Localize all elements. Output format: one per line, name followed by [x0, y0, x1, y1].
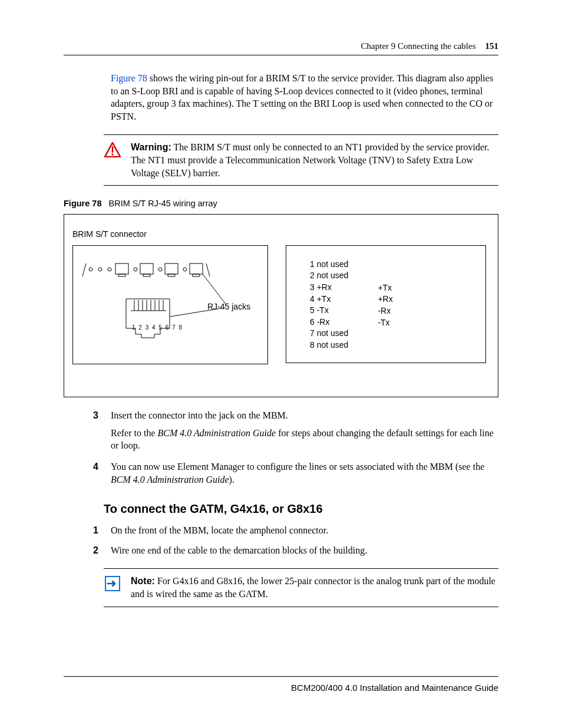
intro-paragraph: Figure 78 shows the wiring pin-out for a… [111, 72, 498, 123]
sig-4: -Tx [378, 317, 392, 329]
warning-icon [104, 141, 121, 157]
figure-caption: Figure 78 BRIM S/T RJ-45 wiring array [64, 199, 498, 208]
note-body: For G4x16 and G8x16, the lower 25-pair c… [131, 576, 495, 599]
step-3-p1: Insert the connector into the jack on th… [111, 409, 498, 422]
svg-point-3 [98, 268, 102, 271]
pinout-left-col: 1 not used 2 not used 3 +Rx 4 +Tx 5 -Tx … [310, 259, 348, 351]
svg-point-8 [158, 268, 162, 271]
svg-point-6 [134, 268, 137, 271]
page-footer: BCM200/400 4.0 Installation and Maintena… [64, 676, 498, 693]
svg-rect-7 [140, 263, 153, 274]
figure-caption-text: BRIM S/T RJ-45 wiring array [109, 199, 217, 208]
warning-callout: Warning: The BRIM S/T must only be conne… [104, 134, 498, 186]
note-bottom-rule [104, 607, 498, 607]
step-4: You can now use Element Manager to confi… [87, 460, 498, 486]
figure-78-link[interactable]: Figure 78 [111, 73, 147, 83]
step-b1: On the front of the MBM, locate the amph… [87, 524, 498, 537]
header-rule [64, 55, 498, 55]
pin-numbers-text: 1 2 3 4 5 6 7 8 [132, 324, 183, 332]
svg-line-13 [206, 263, 210, 276]
sig-3: -Rx [378, 305, 392, 317]
figure-78-diagram: BRIM S/T connector [64, 214, 498, 397]
svg-point-4 [108, 268, 111, 271]
step-3: Insert the connector into the jack on th… [87, 409, 498, 452]
pin-2: 2 not used [310, 270, 348, 282]
pin-1: 1 not used [310, 259, 348, 271]
svg-line-12 [82, 263, 86, 276]
section-heading: To connect the GATM, G4x16, or G8x16 [104, 502, 498, 516]
svg-rect-9 [165, 263, 178, 274]
page-header: Chapter 9 Connecting the cables 151 [64, 41, 498, 51]
intro-text: shows the wiring pin-out for a BRIM S/T … [111, 73, 493, 121]
footer-text: BCM200/400 4.0 Installation and Maintena… [64, 683, 498, 693]
warning-label: Warning: [131, 142, 171, 152]
note-text: Note: For G4x16 and G8x16, the lower 25-… [131, 575, 498, 600]
pin-5: 5 -Tx [310, 305, 348, 317]
connector-panel: RJ-45 jacks 1 2 3 4 5 6 7 8 [72, 245, 268, 364]
sig-1: +Tx [378, 282, 392, 294]
svg-rect-5 [115, 263, 128, 274]
diagram-title: BRIM S/T connector [72, 229, 490, 241]
pin-4: 4 +Tx [310, 294, 348, 305]
pinout-table: 1 not used 2 not used 3 +Rx 4 +Tx 5 -Tx … [286, 245, 486, 363]
warning-text: Warning: The BRIM S/T must only be conne… [131, 141, 498, 179]
sig-2: +Rx [378, 294, 392, 305]
pin-7: 7 not used [310, 328, 348, 340]
step-3-p2: Refer to the BCM 4.0 Administration Guid… [111, 427, 498, 452]
pin-8: 8 not used [310, 340, 348, 351]
chapter-label: Chapter 9 Connecting the cables [361, 41, 476, 51]
callout-bottom-rule [104, 185, 498, 186]
svg-line-14 [203, 274, 226, 305]
rj45-label: RJ-45 jacks [207, 301, 250, 313]
pin-3: 3 +Rx [310, 282, 348, 294]
footer-rule [64, 676, 498, 677]
note-callout: Note: For G4x16 and G8x16, the lower 25-… [104, 568, 498, 607]
svg-point-2 [89, 268, 92, 271]
svg-rect-11 [190, 263, 203, 274]
figure-label: Figure 78 [64, 199, 101, 208]
step-b2: Wire one end of the cable to the demarca… [87, 544, 498, 557]
step-list-b: On the front of the MBM, locate the amph… [87, 524, 498, 556]
pinout-right-col: +Tx +Rx -Rx -Tx [378, 259, 392, 351]
pin-6: 6 -Rx [310, 317, 348, 328]
page-number: 151 [485, 41, 499, 51]
svg-point-1 [111, 154, 113, 156]
svg-point-10 [183, 268, 187, 271]
step-list-a: Insert the connector into the jack on th… [87, 409, 498, 486]
warning-body: The BRIM S/T must only be connected to a… [131, 142, 489, 177]
note-icon [104, 575, 121, 591]
note-label: Note: [131, 576, 155, 586]
